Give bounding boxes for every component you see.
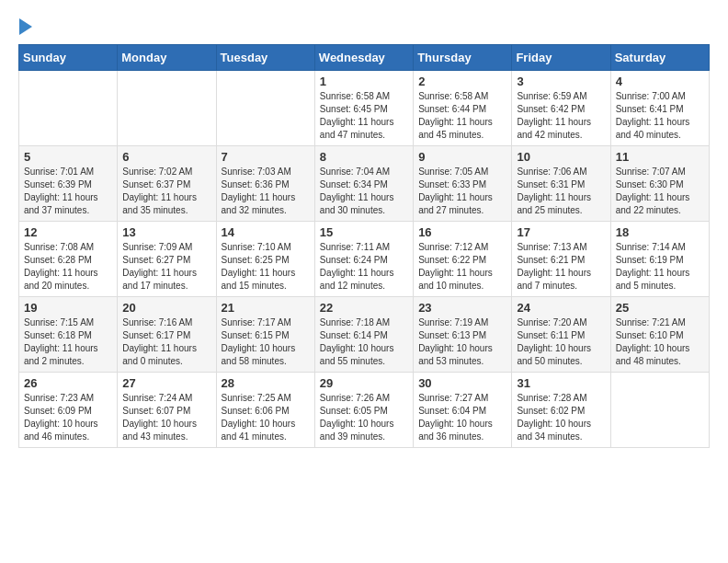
day-info: Sunrise: 7:24 AMSunset: 6:07 PMDaylight:… xyxy=(122,392,210,443)
day-info: Sunrise: 7:20 AMSunset: 6:11 PMDaylight:… xyxy=(517,316,605,368)
day-info: Sunrise: 7:10 AMSunset: 6:25 PMDaylight:… xyxy=(222,241,310,293)
day-number: 3 xyxy=(517,75,605,88)
day-number: 6 xyxy=(122,150,210,164)
day-number: 20 xyxy=(122,301,210,315)
calendar-cell: 31Sunrise: 7:28 AMSunset: 6:02 PMDayligh… xyxy=(512,373,610,448)
calendar-cell xyxy=(216,71,314,146)
calendar-cell: 12Sunrise: 7:08 AMSunset: 6:28 PMDayligh… xyxy=(19,222,118,297)
calendar-cell: 2Sunrise: 6:58 AMSunset: 6:44 PMDaylight… xyxy=(414,71,512,146)
day-info: Sunrise: 7:28 AMSunset: 6:02 PMDaylight:… xyxy=(517,392,605,443)
day-number: 13 xyxy=(122,225,210,239)
day-info: Sunrise: 7:21 AMSunset: 6:10 PMDaylight:… xyxy=(616,316,704,368)
col-sunday: Sunday xyxy=(19,45,118,71)
day-number: 16 xyxy=(418,225,506,239)
day-number: 5 xyxy=(24,150,112,164)
day-info: Sunrise: 7:19 AMSunset: 6:13 PMDaylight:… xyxy=(418,316,506,368)
day-number: 10 xyxy=(517,150,605,164)
day-number: 12 xyxy=(24,225,112,239)
day-number: 21 xyxy=(222,301,310,315)
day-info: Sunrise: 7:05 AMSunset: 6:33 PMDaylight:… xyxy=(418,166,506,217)
day-info: Sunrise: 6:59 AMSunset: 6:42 PMDaylight:… xyxy=(517,90,605,142)
calendar-cell: 4Sunrise: 7:00 AMSunset: 6:41 PMDaylight… xyxy=(610,71,709,146)
calendar-cell xyxy=(19,71,118,146)
calendar-cell: 11Sunrise: 7:07 AMSunset: 6:30 PMDayligh… xyxy=(610,146,709,222)
day-info: Sunrise: 7:00 AMSunset: 6:41 PMDaylight:… xyxy=(616,90,704,142)
day-number: 14 xyxy=(222,225,310,239)
col-thursday: Thursday xyxy=(414,45,512,71)
day-number: 19 xyxy=(24,301,112,315)
day-info: Sunrise: 7:02 AMSunset: 6:37 PMDaylight:… xyxy=(122,166,210,217)
calendar-cell: 15Sunrise: 7:11 AMSunset: 6:24 PMDayligh… xyxy=(314,222,413,297)
calendar-cell: 26Sunrise: 7:23 AMSunset: 6:09 PMDayligh… xyxy=(19,373,118,448)
day-info: Sunrise: 7:12 AMSunset: 6:22 PMDaylight:… xyxy=(418,241,506,293)
day-info: Sunrise: 7:06 AMSunset: 6:31 PMDaylight:… xyxy=(517,166,605,217)
day-number: 7 xyxy=(222,150,310,164)
day-number: 30 xyxy=(418,376,506,390)
calendar-week-row: 5Sunrise: 7:01 AMSunset: 6:39 PMDaylight… xyxy=(19,146,710,222)
day-info: Sunrise: 7:15 AMSunset: 6:18 PMDaylight:… xyxy=(24,316,112,368)
day-number: 4 xyxy=(616,75,704,88)
day-number: 2 xyxy=(418,75,506,88)
calendar-cell: 8Sunrise: 7:04 AMSunset: 6:34 PMDaylight… xyxy=(314,146,413,222)
calendar-cell: 14Sunrise: 7:10 AMSunset: 6:25 PMDayligh… xyxy=(216,222,314,297)
calendar-cell: 7Sunrise: 7:03 AMSunset: 6:36 PMDaylight… xyxy=(216,146,314,222)
day-number: 27 xyxy=(122,376,210,390)
day-number: 11 xyxy=(616,150,704,164)
day-number: 26 xyxy=(24,376,112,390)
day-info: Sunrise: 7:17 AMSunset: 6:15 PMDaylight:… xyxy=(222,316,310,368)
calendar-week-row: 19Sunrise: 7:15 AMSunset: 6:18 PMDayligh… xyxy=(19,297,710,373)
col-monday: Monday xyxy=(118,45,216,71)
calendar-week-row: 1Sunrise: 6:58 AMSunset: 6:45 PMDaylight… xyxy=(19,71,710,146)
day-number: 23 xyxy=(418,301,506,315)
day-number: 29 xyxy=(320,376,408,390)
calendar-cell: 1Sunrise: 6:58 AMSunset: 6:45 PMDaylight… xyxy=(314,71,413,146)
calendar-cell: 22Sunrise: 7:18 AMSunset: 6:14 PMDayligh… xyxy=(314,297,413,373)
calendar-week-row: 26Sunrise: 7:23 AMSunset: 6:09 PMDayligh… xyxy=(19,373,710,448)
day-info: Sunrise: 6:58 AMSunset: 6:44 PMDaylight:… xyxy=(418,90,506,142)
logo-arrow-icon xyxy=(19,18,32,35)
day-number: 31 xyxy=(517,376,605,390)
day-info: Sunrise: 7:09 AMSunset: 6:27 PMDaylight:… xyxy=(122,241,210,293)
calendar-cell: 20Sunrise: 7:16 AMSunset: 6:17 PMDayligh… xyxy=(118,297,216,373)
day-info: Sunrise: 7:07 AMSunset: 6:30 PMDaylight:… xyxy=(616,166,704,217)
calendar-cell: 13Sunrise: 7:09 AMSunset: 6:27 PMDayligh… xyxy=(118,222,216,297)
day-info: Sunrise: 7:23 AMSunset: 6:09 PMDaylight:… xyxy=(24,392,112,443)
calendar-cell: 23Sunrise: 7:19 AMSunset: 6:13 PMDayligh… xyxy=(414,297,512,373)
header xyxy=(18,18,710,35)
calendar-cell: 5Sunrise: 7:01 AMSunset: 6:39 PMDaylight… xyxy=(19,146,118,222)
day-info: Sunrise: 7:01 AMSunset: 6:39 PMDaylight:… xyxy=(24,166,112,217)
day-info: Sunrise: 7:08 AMSunset: 6:28 PMDaylight:… xyxy=(24,241,112,293)
calendar-cell: 16Sunrise: 7:12 AMSunset: 6:22 PMDayligh… xyxy=(414,222,512,297)
calendar-cell: 25Sunrise: 7:21 AMSunset: 6:10 PMDayligh… xyxy=(610,297,709,373)
calendar-cell: 3Sunrise: 6:59 AMSunset: 6:42 PMDaylight… xyxy=(512,71,610,146)
day-number: 17 xyxy=(517,225,605,239)
col-tuesday: Tuesday xyxy=(216,45,314,71)
day-info: Sunrise: 7:27 AMSunset: 6:04 PMDaylight:… xyxy=(418,392,506,443)
day-info: Sunrise: 7:13 AMSunset: 6:21 PMDaylight:… xyxy=(517,241,605,293)
logo xyxy=(18,18,32,35)
calendar-week-row: 12Sunrise: 7:08 AMSunset: 6:28 PMDayligh… xyxy=(19,222,710,297)
calendar-cell: 24Sunrise: 7:20 AMSunset: 6:11 PMDayligh… xyxy=(512,297,610,373)
day-number: 18 xyxy=(616,225,704,239)
day-info: Sunrise: 7:14 AMSunset: 6:19 PMDaylight:… xyxy=(616,241,704,293)
calendar-cell: 21Sunrise: 7:17 AMSunset: 6:15 PMDayligh… xyxy=(216,297,314,373)
day-info: Sunrise: 6:58 AMSunset: 6:45 PMDaylight:… xyxy=(320,90,408,142)
day-number: 28 xyxy=(222,376,310,390)
calendar-header-row: Sunday Monday Tuesday Wednesday Thursday… xyxy=(19,45,710,71)
day-info: Sunrise: 7:11 AMSunset: 6:24 PMDaylight:… xyxy=(320,241,408,293)
calendar-cell xyxy=(610,373,709,448)
day-number: 22 xyxy=(320,301,408,315)
day-info: Sunrise: 7:18 AMSunset: 6:14 PMDaylight:… xyxy=(320,316,408,368)
calendar-cell: 28Sunrise: 7:25 AMSunset: 6:06 PMDayligh… xyxy=(216,373,314,448)
day-number: 24 xyxy=(517,301,605,315)
calendar-cell: 6Sunrise: 7:02 AMSunset: 6:37 PMDaylight… xyxy=(118,146,216,222)
col-friday: Friday xyxy=(512,45,610,71)
day-number: 9 xyxy=(418,150,506,164)
day-info: Sunrise: 7:03 AMSunset: 6:36 PMDaylight:… xyxy=(222,166,310,217)
calendar-cell: 30Sunrise: 7:27 AMSunset: 6:04 PMDayligh… xyxy=(414,373,512,448)
col-saturday: Saturday xyxy=(610,45,709,71)
calendar-cell: 19Sunrise: 7:15 AMSunset: 6:18 PMDayligh… xyxy=(19,297,118,373)
calendar-cell: 9Sunrise: 7:05 AMSunset: 6:33 PMDaylight… xyxy=(414,146,512,222)
calendar-cell: 17Sunrise: 7:13 AMSunset: 6:21 PMDayligh… xyxy=(512,222,610,297)
calendar: Sunday Monday Tuesday Wednesday Thursday… xyxy=(18,44,710,448)
